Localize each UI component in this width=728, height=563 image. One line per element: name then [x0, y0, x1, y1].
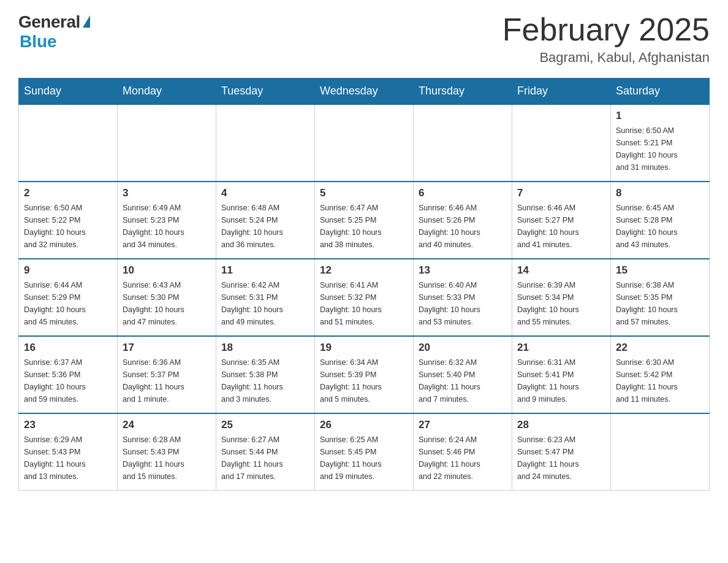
day-info: Sunrise: 6:43 AMSunset: 5:30 PMDaylight:… [123, 279, 211, 328]
day-info: Sunrise: 6:31 AMSunset: 5:41 PMDaylight:… [517, 356, 605, 405]
day-number: 12 [320, 264, 408, 277]
calendar-day-cell: 2Sunrise: 6:50 AMSunset: 5:22 PMDaylight… [19, 182, 118, 259]
day-number: 17 [123, 342, 211, 354]
header-friday: Friday [512, 79, 611, 105]
day-number: 28 [517, 419, 605, 431]
day-number: 24 [123, 419, 211, 431]
day-info: Sunrise: 6:46 AMSunset: 5:27 PMDaylight:… [517, 202, 605, 251]
day-number: 1 [616, 110, 704, 122]
calendar-day-cell: 27Sunrise: 6:24 AMSunset: 5:46 PMDayligh… [414, 413, 512, 491]
day-info: Sunrise: 6:39 AMSunset: 5:34 PMDaylight:… [517, 279, 605, 328]
calendar-week-row: 2Sunrise: 6:50 AMSunset: 5:22 PMDaylight… [19, 182, 710, 259]
day-number: 25 [221, 419, 309, 431]
header-saturday: Saturday [611, 79, 710, 105]
calendar-day-cell [315, 104, 414, 182]
header-sunday: Sunday [19, 79, 118, 105]
calendar-day-cell: 28Sunrise: 6:23 AMSunset: 5:47 PMDayligh… [512, 413, 611, 491]
day-info: Sunrise: 6:24 AMSunset: 5:46 PMDaylight:… [419, 434, 507, 483]
day-number: 20 [419, 342, 507, 354]
calendar-day-cell: 13Sunrise: 6:40 AMSunset: 5:33 PMDayligh… [414, 259, 512, 336]
calendar-day-cell: 10Sunrise: 6:43 AMSunset: 5:30 PMDayligh… [118, 259, 216, 336]
calendar-day-cell: 11Sunrise: 6:42 AMSunset: 5:31 PMDayligh… [216, 259, 315, 336]
day-info: Sunrise: 6:47 AMSunset: 5:25 PMDaylight:… [320, 202, 408, 251]
day-info: Sunrise: 6:48 AMSunset: 5:24 PMDaylight:… [221, 202, 309, 251]
day-info: Sunrise: 6:34 AMSunset: 5:39 PMDaylight:… [320, 356, 408, 405]
calendar-day-cell: 15Sunrise: 6:38 AMSunset: 5:35 PMDayligh… [611, 259, 710, 336]
page-header: General Blue February 2025 Bagrami, Kabu… [18, 12, 710, 66]
day-info: Sunrise: 6:23 AMSunset: 5:47 PMDaylight:… [517, 434, 605, 483]
logo-blue-text: Blue [20, 32, 57, 52]
calendar-week-row: 9Sunrise: 6:44 AMSunset: 5:29 PMDaylight… [19, 259, 710, 336]
day-number: 4 [221, 187, 309, 199]
logo-general-text: General [18, 12, 80, 32]
calendar-day-cell: 18Sunrise: 6:35 AMSunset: 5:38 PMDayligh… [216, 336, 315, 413]
day-number: 11 [221, 264, 309, 277]
calendar-day-cell: 21Sunrise: 6:31 AMSunset: 5:41 PMDayligh… [512, 336, 611, 413]
calendar-day-cell: 4Sunrise: 6:48 AMSunset: 5:24 PMDaylight… [216, 182, 315, 259]
calendar-day-cell: 20Sunrise: 6:32 AMSunset: 5:40 PMDayligh… [414, 336, 512, 413]
calendar-day-cell: 25Sunrise: 6:27 AMSunset: 5:44 PMDayligh… [216, 413, 315, 491]
day-number: 13 [419, 264, 507, 277]
day-info: Sunrise: 6:38 AMSunset: 5:35 PMDaylight:… [616, 279, 704, 328]
day-info: Sunrise: 6:36 AMSunset: 5:37 PMDaylight:… [123, 356, 211, 405]
header-wednesday: Wednesday [315, 79, 414, 105]
calendar-day-cell [118, 104, 216, 182]
day-number: 27 [419, 419, 507, 431]
logo: General Blue [18, 12, 90, 52]
day-number: 26 [320, 419, 408, 431]
day-number: 14 [517, 264, 605, 277]
day-info: Sunrise: 6:40 AMSunset: 5:33 PMDaylight:… [419, 279, 507, 328]
day-info: Sunrise: 6:25 AMSunset: 5:45 PMDaylight:… [320, 434, 408, 483]
day-number: 8 [616, 187, 704, 199]
day-info: Sunrise: 6:42 AMSunset: 5:31 PMDaylight:… [221, 279, 309, 328]
calendar-day-cell: 9Sunrise: 6:44 AMSunset: 5:29 PMDaylight… [19, 259, 118, 336]
calendar-week-row: 23Sunrise: 6:29 AMSunset: 5:43 PMDayligh… [19, 413, 710, 491]
calendar-week-row: 1Sunrise: 6:50 AMSunset: 5:21 PMDaylight… [19, 104, 710, 182]
day-info: Sunrise: 6:46 AMSunset: 5:26 PMDaylight:… [419, 202, 507, 251]
day-number: 6 [419, 187, 507, 199]
header-monday: Monday [118, 79, 216, 105]
calendar-day-cell: 1Sunrise: 6:50 AMSunset: 5:21 PMDaylight… [611, 104, 710, 182]
calendar-day-cell: 14Sunrise: 6:39 AMSunset: 5:34 PMDayligh… [512, 259, 611, 336]
day-number: 9 [24, 264, 112, 277]
header-thursday: Thursday [414, 79, 512, 105]
day-number: 5 [320, 187, 408, 199]
calendar-day-cell [216, 104, 315, 182]
calendar-day-cell [19, 104, 118, 182]
calendar-day-cell: 22Sunrise: 6:30 AMSunset: 5:42 PMDayligh… [611, 336, 710, 413]
day-info: Sunrise: 6:28 AMSunset: 5:43 PMDaylight:… [123, 434, 211, 483]
location: Bagrami, Kabul, Afghanistan [502, 50, 710, 66]
day-number: 18 [221, 342, 309, 354]
calendar-day-cell: 3Sunrise: 6:49 AMSunset: 5:23 PMDaylight… [118, 182, 216, 259]
day-info: Sunrise: 6:32 AMSunset: 5:40 PMDaylight:… [419, 356, 507, 405]
day-info: Sunrise: 6:50 AMSunset: 5:21 PMDaylight:… [616, 124, 704, 174]
day-info: Sunrise: 6:29 AMSunset: 5:43 PMDaylight:… [24, 434, 112, 483]
calendar-day-cell: 16Sunrise: 6:37 AMSunset: 5:36 PMDayligh… [19, 336, 118, 413]
calendar-table: Sunday Monday Tuesday Wednesday Thursday… [18, 78, 710, 491]
calendar-header-row: Sunday Monday Tuesday Wednesday Thursday… [19, 79, 710, 105]
calendar-day-cell [611, 413, 710, 491]
header-tuesday: Tuesday [216, 79, 315, 105]
day-number: 15 [616, 264, 704, 277]
day-info: Sunrise: 6:30 AMSunset: 5:42 PMDaylight:… [616, 356, 704, 405]
day-info: Sunrise: 6:35 AMSunset: 5:38 PMDaylight:… [221, 356, 309, 405]
calendar-week-row: 16Sunrise: 6:37 AMSunset: 5:36 PMDayligh… [19, 336, 710, 413]
calendar-day-cell: 5Sunrise: 6:47 AMSunset: 5:25 PMDaylight… [315, 182, 414, 259]
calendar-day-cell: 23Sunrise: 6:29 AMSunset: 5:43 PMDayligh… [19, 413, 118, 491]
day-number: 22 [616, 342, 704, 354]
calendar-day-cell: 24Sunrise: 6:28 AMSunset: 5:43 PMDayligh… [118, 413, 216, 491]
day-info: Sunrise: 6:37 AMSunset: 5:36 PMDaylight:… [24, 356, 112, 405]
day-number: 16 [24, 342, 112, 354]
calendar-day-cell: 19Sunrise: 6:34 AMSunset: 5:39 PMDayligh… [315, 336, 414, 413]
day-info: Sunrise: 6:27 AMSunset: 5:44 PMDaylight:… [221, 434, 309, 483]
day-info: Sunrise: 6:45 AMSunset: 5:28 PMDaylight:… [616, 202, 704, 251]
logo-triangle-icon [83, 15, 90, 28]
calendar-day-cell: 26Sunrise: 6:25 AMSunset: 5:45 PMDayligh… [315, 413, 414, 491]
day-number: 3 [123, 187, 211, 199]
day-number: 7 [517, 187, 605, 199]
day-number: 19 [320, 342, 408, 354]
day-info: Sunrise: 6:50 AMSunset: 5:22 PMDaylight:… [24, 202, 112, 251]
day-info: Sunrise: 6:49 AMSunset: 5:23 PMDaylight:… [123, 202, 211, 251]
calendar-day-cell: 12Sunrise: 6:41 AMSunset: 5:32 PMDayligh… [315, 259, 414, 336]
calendar-day-cell: 7Sunrise: 6:46 AMSunset: 5:27 PMDaylight… [512, 182, 611, 259]
